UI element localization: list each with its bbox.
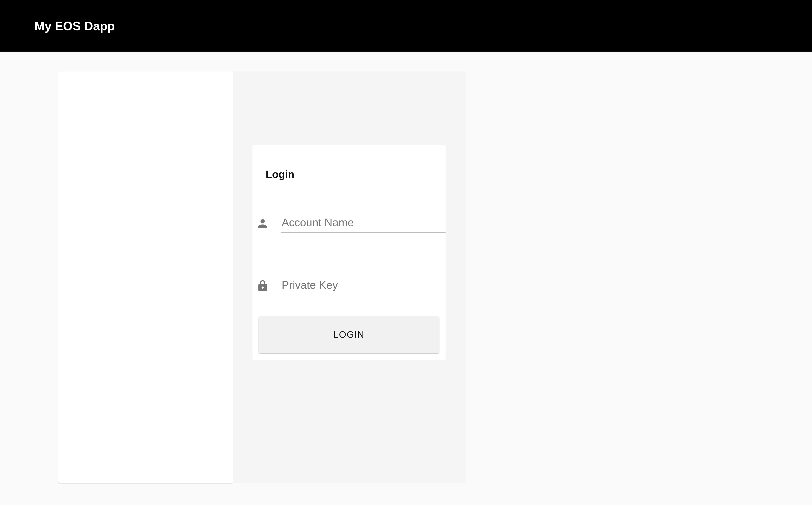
app-title: My EOS Dapp	[34, 19, 115, 33]
login-card: Login LOGIN	[253, 145, 446, 360]
left-empty-card	[58, 71, 233, 483]
private-key-field-row	[253, 277, 446, 295]
app-header: My EOS Dapp	[0, 0, 812, 52]
private-key-input[interactable]	[281, 277, 446, 295]
account-name-input[interactable]	[281, 214, 446, 232]
login-button[interactable]: LOGIN	[259, 316, 439, 353]
person-icon	[256, 217, 269, 230]
lock-icon	[256, 280, 269, 292]
right-panel: Login LOGIN	[233, 71, 466, 483]
main-content: Login LOGIN	[0, 52, 812, 483]
login-card-title: Login	[253, 168, 446, 180]
account-name-field-row	[253, 214, 446, 232]
